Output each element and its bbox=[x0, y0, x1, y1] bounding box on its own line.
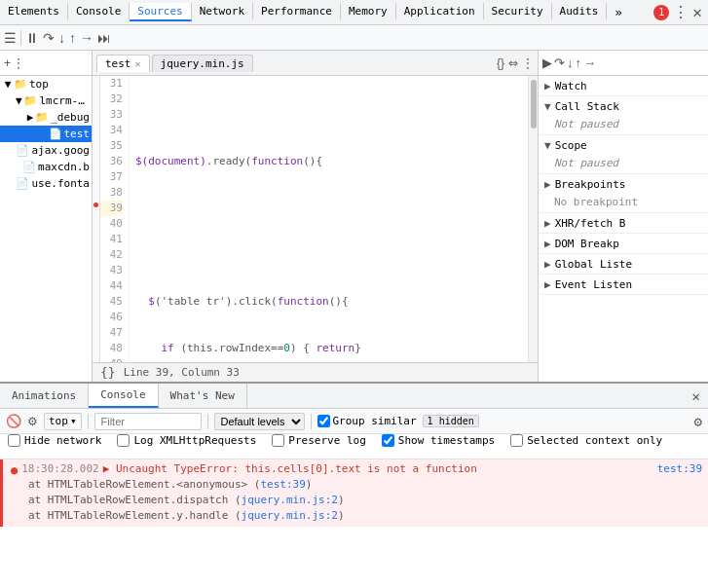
breakpoints-header[interactable]: ▶ Breakpoints bbox=[539, 174, 708, 194]
dom-breakpoints-header[interactable]: ▶ DOM Breakp bbox=[539, 234, 708, 253]
tree-item-test[interactable]: 📄 test bbox=[0, 126, 92, 142]
toggle-sidebar-icon[interactable]: ⇔ bbox=[508, 56, 518, 70]
console-filter-input[interactable] bbox=[94, 413, 202, 430]
step-right-button[interactable]: → bbox=[583, 55, 596, 70]
editor-tab-jquery[interactable]: jquery.min.js bbox=[152, 55, 253, 72]
line-numbers: 31 32 33 34 35 36 37 38 39 40 41 42 43 4… bbox=[100, 76, 130, 362]
format-icon[interactable]: {} bbox=[100, 365, 116, 380]
maxcdn-file-icon: 📄 bbox=[22, 161, 36, 173]
tree-item-top[interactable]: ▼ 📁 top bbox=[0, 76, 92, 92]
error-message: ▶ Uncaught TypeError: this.cells[0].text… bbox=[103, 462, 653, 475]
event-listeners-header[interactable]: ▶ Event Listen bbox=[539, 275, 708, 294]
tree-item-usefonta[interactable]: 📄 use.fonta bbox=[0, 175, 92, 192]
group-similar-checkbox[interactable]: Group similar bbox=[317, 415, 417, 427]
tab-network[interactable]: Network bbox=[192, 3, 253, 19]
more-tabs-icon[interactable]: » bbox=[607, 3, 630, 21]
editor-tab-test[interactable]: test ✕ bbox=[96, 55, 150, 72]
tree-item-lmcrm[interactable]: ▼ 📁 lmcrm-tes bbox=[0, 92, 92, 109]
preserve-log-label[interactable]: Preserve log bbox=[272, 434, 365, 447]
xhr-header[interactable]: ▶ XHR/fetch B bbox=[539, 213, 708, 233]
step-into-button[interactable]: ↓ bbox=[58, 30, 65, 46]
watch-section-header[interactable]: ▶ Watch bbox=[539, 76, 708, 95]
chevron-down-icon: ▾ bbox=[70, 415, 77, 427]
test-file-icon: 📄 bbox=[49, 128, 62, 140]
new-group-icon[interactable]: + bbox=[4, 56, 11, 70]
error-timestamp: 18:30:28.002 bbox=[21, 462, 98, 475]
no-breakpoints-text: No breakpoint bbox=[554, 196, 700, 208]
error-stack-trace: at HTMLTableRowElement.<anonymous> (test… bbox=[28, 477, 702, 524]
call-stack-header[interactable]: ▼ Call Stack bbox=[539, 96, 708, 116]
tab-performance[interactable]: Performance bbox=[253, 3, 341, 19]
lmcrm-folder-icon: 📁 bbox=[23, 94, 37, 107]
hidden-count-badge: 1 hidden bbox=[423, 415, 479, 427]
selected-context-label[interactable]: Selected context only bbox=[510, 434, 662, 447]
console-messages: ● 18:30:28.002 ▶ Uncaught TypeError: thi… bbox=[0, 459, 708, 527]
code-content[interactable]: $(document).ready(function(){ $('table t… bbox=[130, 76, 528, 362]
call-stack-not-paused: Not paused bbox=[554, 118, 700, 130]
close-devtools-icon[interactable]: ✕ bbox=[692, 3, 702, 21]
tab-whats-new[interactable]: What's New bbox=[159, 384, 247, 408]
status-line-col: Line 39, Column 33 bbox=[124, 366, 240, 379]
debug-folder-icon: 📁 bbox=[35, 111, 49, 124]
tab-console[interactable]: Console bbox=[68, 3, 130, 19]
step-button[interactable]: → bbox=[80, 30, 93, 46]
more-options-icon[interactable]: ⋮ bbox=[673, 3, 689, 21]
ajax-file-icon: 📄 bbox=[16, 144, 29, 157]
resume-script-button[interactable]: ▶ bbox=[542, 55, 552, 70]
close-bottom-panel-icon[interactable]: ✕ bbox=[685, 388, 708, 404]
editor-more-icon[interactable]: ⋮ bbox=[522, 56, 534, 70]
more-sidebar-icon[interactable]: ⋮ bbox=[13, 56, 24, 70]
error-badge[interactable]: 1 bbox=[653, 5, 669, 20]
step-over-button[interactable]: ↷ bbox=[43, 30, 55, 46]
scope-not-paused: Not paused bbox=[554, 157, 700, 169]
show-timestamps-label[interactable]: Show timestamps bbox=[382, 434, 495, 447]
deactivate-breakpoints-button[interactable]: ⏭ bbox=[97, 30, 111, 46]
console-settings-icon[interactable]: ⚙ bbox=[27, 415, 38, 428]
close-test-tab-icon[interactable]: ✕ bbox=[135, 58, 141, 69]
tree-item-debug[interactable]: ▶ 📁 _debug bbox=[0, 109, 92, 126]
log-level-select[interactable]: Default levels bbox=[214, 413, 305, 430]
stack-link-1[interactable]: test:39 bbox=[260, 478, 305, 491]
format-code-icon[interactable]: {} bbox=[497, 56, 504, 70]
tab-elements[interactable]: Elements bbox=[0, 3, 68, 19]
clear-console-icon[interactable]: 🚫 bbox=[6, 414, 21, 428]
gear-icon[interactable]: ⚙ bbox=[694, 414, 702, 429]
tab-application[interactable]: Application bbox=[396, 3, 484, 19]
step-over-right-button[interactable]: ↷ bbox=[554, 55, 565, 70]
global-listeners-header[interactable]: ▶ Global Liste bbox=[539, 254, 708, 274]
error-icon: ● bbox=[11, 463, 18, 477]
log-xml-label[interactable]: Log XMLHttpRequests bbox=[117, 434, 256, 447]
step-out-button[interactable]: ↑ bbox=[69, 30, 76, 46]
tab-security[interactable]: Security bbox=[484, 3, 552, 19]
pause-resume-button[interactable]: ⏸ bbox=[25, 30, 39, 46]
step-into-right-button[interactable]: ↓ bbox=[567, 55, 574, 70]
top-folder-icon: 📁 bbox=[14, 78, 27, 91]
collapse-sidebar-icon[interactable]: ☰ bbox=[4, 30, 17, 46]
hide-network-label[interactable]: Hide network bbox=[8, 434, 101, 447]
tab-audits[interactable]: Audits bbox=[552, 3, 608, 19]
scope-header[interactable]: ▼ Scope bbox=[539, 135, 708, 155]
tree-item-maxcdn[interactable]: 📄 maxcdn.b bbox=[0, 159, 92, 175]
console-error-entry: ● 18:30:28.002 ▶ Uncaught TypeError: thi… bbox=[0, 459, 708, 527]
tree-item-ajax[interactable]: 📄 ajax.goog bbox=[0, 142, 92, 159]
stack-link-2[interactable]: jquery.min.js:2 bbox=[242, 494, 338, 506]
stack-link-3[interactable]: jquery.min.js:2 bbox=[242, 509, 338, 522]
step-out-right-button[interactable]: ↑ bbox=[576, 55, 582, 70]
tab-console-bottom[interactable]: Console bbox=[89, 384, 158, 408]
tab-sources[interactable]: Sources bbox=[130, 3, 191, 21]
error-source-link[interactable]: test:39 bbox=[657, 462, 702, 475]
context-selector[interactable]: top ▾ bbox=[44, 413, 82, 430]
usefonta-file-icon: 📄 bbox=[16, 177, 29, 190]
tab-animations[interactable]: Animations bbox=[0, 384, 89, 408]
tab-memory[interactable]: Memory bbox=[341, 3, 396, 19]
